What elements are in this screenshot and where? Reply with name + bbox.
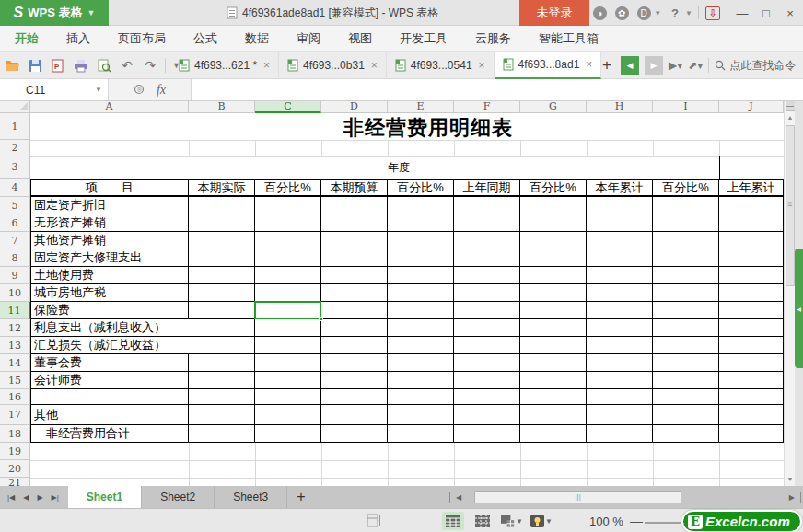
cell-J14[interactable]: [719, 354, 784, 372]
print-icon[interactable]: [73, 57, 89, 74]
cell-C10[interactable]: [255, 284, 321, 302]
cell-B16[interactable]: [189, 389, 255, 405]
cell-I5[interactable]: [653, 197, 719, 214]
cell-I16[interactable]: [653, 389, 719, 405]
row-header-12[interactable]: 12: [0, 319, 30, 337]
page-layout-view-button[interactable]: ▼: [501, 512, 523, 530]
undo-icon[interactable]: ↶: [119, 57, 135, 74]
wps-app-menu-button[interactable]: S WPS 表格 ▼: [0, 0, 109, 26]
row-header-13[interactable]: 13: [0, 337, 30, 354]
column-header-I[interactable]: I: [653, 101, 719, 113]
row-header-3[interactable]: 3: [0, 156, 30, 179]
cell-A15[interactable]: 会计师费: [30, 372, 189, 389]
row-header-10[interactable]: 10: [0, 284, 30, 302]
cell-D16[interactable]: [321, 389, 388, 405]
cell-H15[interactable]: [587, 372, 653, 389]
formula-input[interactable]: [192, 79, 803, 100]
close-tab-icon[interactable]: ×: [263, 59, 270, 72]
cell-H11[interactable]: [587, 302, 653, 319]
menu-item-智能工具箱[interactable]: 智能工具箱: [539, 30, 599, 47]
row-header-5[interactable]: 5: [0, 197, 30, 214]
row-header-2[interactable]: 2: [0, 140, 30, 156]
cell-F18[interactable]: [454, 425, 520, 443]
cell-B9[interactable]: [189, 267, 255, 284]
horizontal-scrollbar-thumb[interactable]: [474, 491, 681, 503]
row-header-14[interactable]: 14: [0, 354, 30, 372]
cell-C17[interactable]: [255, 405, 321, 425]
cell-D12[interactable]: [321, 319, 388, 337]
select-all-corner[interactable]: [0, 101, 30, 113]
redo-icon[interactable]: ↷: [142, 57, 158, 74]
chevron-down-icon[interactable]: ▼: [95, 86, 102, 94]
cell-H16[interactable]: [587, 389, 653, 405]
sheet-tab-Sheet2[interactable]: Sheet2: [142, 486, 215, 508]
header-cell-G4[interactable]: 百分比%: [520, 179, 587, 197]
cell-F15[interactable]: [454, 372, 520, 389]
cell-H13[interactable]: [587, 337, 653, 354]
cell-H5[interactable]: [587, 197, 653, 214]
column-header-J[interactable]: J: [719, 101, 784, 113]
cell-H8[interactable]: [587, 249, 653, 267]
sheet-tab-Sheet3[interactable]: Sheet3: [215, 486, 287, 508]
cell-I17[interactable]: [653, 405, 719, 425]
cell-E15[interactable]: [388, 372, 454, 389]
cell-D17[interactable]: [321, 405, 388, 425]
cell-I12[interactable]: [653, 319, 719, 337]
cell-D18[interactable]: [321, 425, 388, 443]
cell-I11[interactable]: [653, 302, 719, 319]
cell-E8[interactable]: [388, 249, 454, 267]
cell-B13[interactable]: [189, 337, 255, 354]
close-tab-icon[interactable]: ×: [479, 59, 485, 72]
row-header-8[interactable]: 8: [0, 249, 30, 267]
header-cell-B4[interactable]: 本期实际: [189, 179, 255, 197]
cell-E9[interactable]: [388, 267, 454, 284]
row-header-9[interactable]: 9: [0, 267, 30, 284]
cell-C18[interactable]: [255, 425, 321, 443]
header-cell-A4[interactable]: 项 目: [30, 179, 189, 197]
cell-G8[interactable]: [520, 249, 587, 267]
cell-F7[interactable]: [454, 232, 520, 249]
scroll-left-arrow-icon[interactable]: ◀: [450, 493, 467, 502]
cell-A9[interactable]: 土地使用费: [30, 267, 189, 284]
cell-D8[interactable]: [321, 249, 388, 267]
minimize-button[interactable]: —: [733, 6, 751, 20]
feedback-icon[interactable]: D: [635, 5, 652, 21]
cell-E16[interactable]: [388, 389, 454, 405]
row-header-1[interactable]: 1: [0, 113, 30, 140]
cell-G17[interactable]: [520, 405, 587, 425]
cell-A13[interactable]: 汇兑损失（减汇兑收益）: [30, 337, 189, 354]
menu-item-页面布局[interactable]: 页面布局: [118, 30, 166, 47]
menu-item-开始[interactable]: 开始: [15, 30, 39, 47]
cell-I10[interactable]: [653, 284, 719, 302]
cell-F17[interactable]: [454, 405, 520, 425]
reading-mode-button[interactable]: ▼: [530, 512, 553, 530]
chevron-down-icon[interactable]: ▼: [685, 9, 692, 17]
header-cell-F4[interactable]: 上年同期: [454, 179, 520, 197]
column-header-F[interactable]: F: [454, 101, 520, 113]
column-header-G[interactable]: G: [520, 101, 587, 113]
cell-A11[interactable]: 保险费: [30, 302, 189, 319]
cell-H6[interactable]: [587, 214, 653, 232]
cell-G11[interactable]: [520, 302, 587, 319]
cell-F10[interactable]: [454, 284, 520, 302]
cell-C16[interactable]: [255, 389, 321, 405]
magnifier-icon[interactable]: ®: [134, 84, 145, 96]
header-cell-D4[interactable]: 本期预算: [321, 179, 388, 197]
document-tab[interactable]: 4f693...621 *×: [170, 52, 279, 79]
save-icon[interactable]: [27, 57, 43, 74]
cell-C8[interactable]: [255, 249, 321, 267]
page-break-view-button[interactable]: [471, 512, 494, 530]
cell-D13[interactable]: [321, 337, 388, 354]
cell-D15[interactable]: [321, 372, 388, 389]
cell-E13[interactable]: [388, 337, 454, 354]
cell-C5[interactable]: [255, 197, 321, 214]
cell-C11[interactable]: [255, 302, 321, 319]
menu-item-审阅[interactable]: 审阅: [297, 30, 320, 47]
cell-F13[interactable]: [454, 337, 520, 354]
cell-G9[interactable]: [520, 267, 587, 284]
cell-D6[interactable]: [321, 214, 388, 232]
row-header-7[interactable]: 7: [0, 232, 30, 249]
cell-E17[interactable]: [388, 405, 454, 425]
cell-A8[interactable]: 固定资产大修理支出: [30, 249, 189, 267]
cell-C15[interactable]: [255, 372, 321, 389]
